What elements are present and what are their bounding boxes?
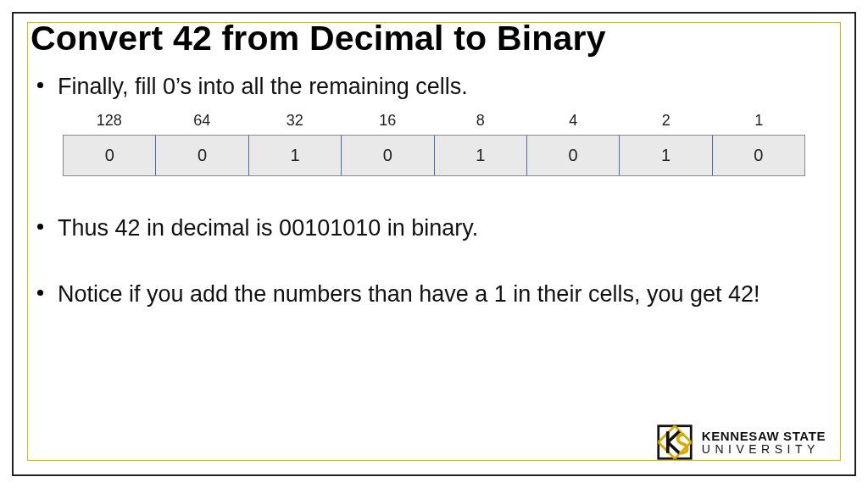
svg-line-7 <box>668 442 680 453</box>
bullet-list: Finally, fill 0’s into all the remaining… <box>31 72 837 102</box>
header-cell: 32 <box>248 108 342 135</box>
binary-table-headers: 128 64 32 16 8 4 2 1 <box>63 108 805 135</box>
binary-table-bits: 0 0 1 0 1 0 1 0 <box>63 135 805 176</box>
ks-logo-line1: KENNESAW STATE <box>702 430 826 442</box>
bit-cell: 0 <box>527 136 620 175</box>
slide-title: Convert 42 from Decimal to Binary <box>31 19 837 58</box>
header-cell: 4 <box>527 108 620 135</box>
bit-cell: 0 <box>156 136 248 175</box>
binary-table: 128 64 32 16 8 4 2 1 0 0 1 0 1 0 1 0 <box>63 108 805 176</box>
slide-content: Convert 42 from Decimal to Binary Finall… <box>31 17 837 469</box>
bit-cell: 0 <box>342 136 434 175</box>
header-cell: 8 <box>434 108 527 135</box>
header-cell: 2 <box>620 108 713 135</box>
svg-rect-0 <box>659 426 692 459</box>
bullet-1: Finally, fill 0’s into all the remaining… <box>58 72 837 102</box>
bullet-3: Notice if you add the numbers than have … <box>58 280 837 309</box>
bit-cell: 1 <box>249 136 342 175</box>
header-cell: 1 <box>713 108 806 135</box>
header-cell: 128 <box>63 108 156 135</box>
bullet-list-2: Thus 42 in decimal is 00101010 in binary… <box>31 214 837 309</box>
bullet-2: Thus 42 in decimal is 00101010 in binary… <box>58 214 837 243</box>
ks-logo-line2: UNIVERSITY <box>702 443 826 455</box>
ks-logo-icon <box>656 424 693 461</box>
header-cell: 16 <box>342 108 435 135</box>
university-logo: KENNESAW STATE UNIVERSITY <box>656 424 826 461</box>
bit-cell: 0 <box>713 136 804 175</box>
bit-cell: 1 <box>620 136 712 175</box>
ks-logo-text: KENNESAW STATE UNIVERSITY <box>702 430 826 455</box>
bit-cell: 0 <box>64 136 156 175</box>
header-cell: 64 <box>156 108 249 135</box>
bit-cell: 1 <box>435 136 527 175</box>
